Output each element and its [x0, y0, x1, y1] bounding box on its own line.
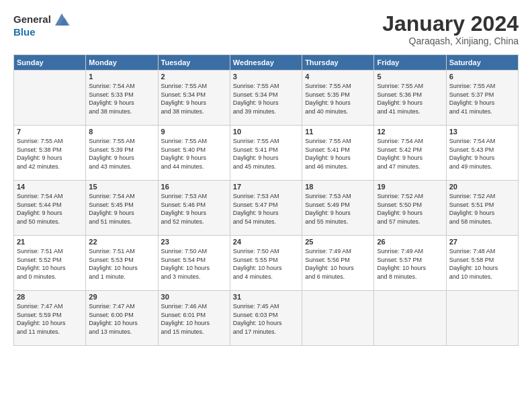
title-block: January 2024 Qaraqash, Xinjiang, China: [382, 12, 519, 46]
day-info: Sunrise: 7:48 AM Sunset: 5:58 PM Dayligh…: [449, 247, 515, 281]
calendar-cell: 28Sunrise: 7:47 AM Sunset: 5:59 PM Dayli…: [14, 291, 86, 346]
day-info: Sunrise: 7:50 AM Sunset: 5:55 PM Dayligh…: [233, 247, 299, 281]
calendar-cell: 29Sunrise: 7:47 AM Sunset: 6:00 PM Dayli…: [86, 291, 158, 346]
calendar-cell: 9Sunrise: 7:55 AM Sunset: 5:40 PM Daylig…: [158, 126, 230, 181]
calendar-cell: 22Sunrise: 7:51 AM Sunset: 5:53 PM Dayli…: [86, 236, 158, 291]
day-info: Sunrise: 7:55 AM Sunset: 5:36 PM Dayligh…: [377, 82, 443, 116]
day-number: 19: [377, 183, 443, 191]
day-number: 16: [161, 183, 227, 191]
day-info: Sunrise: 7:55 AM Sunset: 5:34 PM Dayligh…: [233, 82, 299, 116]
day-number: 9: [161, 128, 227, 136]
day-number: 23: [161, 238, 227, 246]
calendar-cell: 17Sunrise: 7:53 AM Sunset: 5:47 PM Dayli…: [230, 181, 302, 236]
col-header-wednesday: Wednesday: [230, 55, 302, 71]
day-info: Sunrise: 7:55 AM Sunset: 5:41 PM Dayligh…: [305, 137, 371, 171]
day-info: Sunrise: 7:53 AM Sunset: 5:47 PM Dayligh…: [233, 192, 299, 226]
day-number: 10: [233, 128, 299, 136]
day-info: Sunrise: 7:55 AM Sunset: 5:37 PM Dayligh…: [449, 82, 515, 116]
day-number: 20: [449, 183, 515, 191]
location: Qaraqash, Xinjiang, China: [382, 36, 519, 46]
day-number: 6: [449, 73, 515, 81]
day-number: 29: [89, 293, 154, 301]
day-number: 25: [305, 238, 371, 246]
day-info: Sunrise: 7:50 AM Sunset: 5:54 PM Dayligh…: [161, 247, 227, 281]
calendar-cell: 10Sunrise: 7:55 AM Sunset: 5:41 PM Dayli…: [230, 126, 302, 181]
calendar-cell: [14, 71, 86, 126]
day-info: Sunrise: 7:51 AM Sunset: 5:53 PM Dayligh…: [89, 247, 154, 281]
month-title: January 2024: [382, 12, 519, 36]
day-number: 17: [233, 183, 299, 191]
day-number: 8: [89, 128, 154, 136]
day-info: Sunrise: 7:55 AM Sunset: 5:39 PM Dayligh…: [89, 137, 154, 171]
day-info: Sunrise: 7:49 AM Sunset: 5:56 PM Dayligh…: [305, 247, 371, 281]
logo-icon: [52, 12, 71, 27]
day-number: 5: [377, 73, 443, 81]
calendar-cell: 13Sunrise: 7:54 AM Sunset: 5:43 PM Dayli…: [446, 126, 518, 181]
day-number: 13: [449, 128, 515, 136]
day-number: 22: [89, 238, 154, 246]
day-info: Sunrise: 7:49 AM Sunset: 5:57 PM Dayligh…: [377, 247, 443, 281]
calendar-cell: 23Sunrise: 7:50 AM Sunset: 5:54 PM Dayli…: [158, 236, 230, 291]
calendar-cell: 2Sunrise: 7:55 AM Sunset: 5:34 PM Daylig…: [158, 71, 230, 126]
day-number: 12: [377, 128, 443, 136]
col-header-sunday: Sunday: [14, 55, 86, 71]
calendar-cell: 24Sunrise: 7:50 AM Sunset: 5:55 PM Dayli…: [230, 236, 302, 291]
calendar-cell: 16Sunrise: 7:53 AM Sunset: 5:46 PM Dayli…: [158, 181, 230, 236]
calendar-cell: [374, 291, 446, 346]
calendar-cell: 19Sunrise: 7:52 AM Sunset: 5:50 PM Dayli…: [374, 181, 446, 236]
day-number: 24: [233, 238, 299, 246]
col-header-monday: Monday: [86, 55, 158, 71]
day-number: 21: [17, 238, 83, 246]
logo-blue: Blue: [13, 27, 71, 38]
day-number: 7: [17, 128, 83, 136]
day-info: Sunrise: 7:53 AM Sunset: 5:46 PM Dayligh…: [161, 192, 227, 226]
calendar-cell: 8Sunrise: 7:55 AM Sunset: 5:39 PM Daylig…: [86, 126, 158, 181]
calendar-cell: 11Sunrise: 7:55 AM Sunset: 5:41 PM Dayli…: [302, 126, 374, 181]
day-number: 30: [161, 293, 227, 301]
day-info: Sunrise: 7:47 AM Sunset: 5:59 PM Dayligh…: [17, 302, 83, 336]
calendar-cell: 18Sunrise: 7:53 AM Sunset: 5:49 PM Dayli…: [302, 181, 374, 236]
day-info: Sunrise: 7:46 AM Sunset: 6:01 PM Dayligh…: [161, 302, 227, 336]
day-info: Sunrise: 7:47 AM Sunset: 6:00 PM Dayligh…: [89, 302, 154, 336]
calendar-cell: [302, 291, 374, 346]
calendar-cell: 31Sunrise: 7:45 AM Sunset: 6:03 PM Dayli…: [230, 291, 302, 346]
day-info: Sunrise: 7:52 AM Sunset: 5:51 PM Dayligh…: [449, 192, 515, 226]
day-info: Sunrise: 7:55 AM Sunset: 5:34 PM Dayligh…: [161, 82, 227, 116]
day-info: Sunrise: 7:54 AM Sunset: 5:33 PM Dayligh…: [89, 82, 154, 116]
calendar-cell: [446, 291, 518, 346]
day-number: 1: [89, 73, 154, 81]
calendar-cell: 4Sunrise: 7:55 AM Sunset: 5:35 PM Daylig…: [302, 71, 374, 126]
day-number: 27: [449, 238, 515, 246]
day-number: 26: [377, 238, 443, 246]
calendar-cell: 7Sunrise: 7:55 AM Sunset: 5:38 PM Daylig…: [14, 126, 86, 181]
day-info: Sunrise: 7:54 AM Sunset: 5:45 PM Dayligh…: [89, 192, 154, 226]
day-number: 4: [305, 73, 371, 81]
calendar: SundayMondayTuesdayWednesdayThursdayFrid…: [13, 54, 519, 346]
calendar-cell: 27Sunrise: 7:48 AM Sunset: 5:58 PM Dayli…: [446, 236, 518, 291]
day-info: Sunrise: 7:54 AM Sunset: 5:42 PM Dayligh…: [377, 137, 443, 171]
calendar-cell: 30Sunrise: 7:46 AM Sunset: 6:01 PM Dayli…: [158, 291, 230, 346]
day-number: 31: [233, 293, 299, 301]
day-info: Sunrise: 7:54 AM Sunset: 5:43 PM Dayligh…: [449, 137, 515, 171]
logo: General Blue: [13, 12, 71, 38]
day-info: Sunrise: 7:45 AM Sunset: 6:03 PM Dayligh…: [233, 302, 299, 336]
day-info: Sunrise: 7:55 AM Sunset: 5:35 PM Dayligh…: [305, 82, 371, 116]
col-header-tuesday: Tuesday: [158, 55, 230, 71]
calendar-cell: 12Sunrise: 7:54 AM Sunset: 5:42 PM Dayli…: [374, 126, 446, 181]
day-number: 2: [161, 73, 227, 81]
day-info: Sunrise: 7:52 AM Sunset: 5:50 PM Dayligh…: [377, 192, 443, 226]
day-number: 28: [17, 293, 83, 301]
col-header-friday: Friday: [374, 55, 446, 71]
calendar-cell: 3Sunrise: 7:55 AM Sunset: 5:34 PM Daylig…: [230, 71, 302, 126]
day-number: 3: [233, 73, 299, 81]
calendar-cell: 21Sunrise: 7:51 AM Sunset: 5:52 PM Dayli…: [14, 236, 86, 291]
logo-general: General: [13, 14, 51, 26]
calendar-cell: 5Sunrise: 7:55 AM Sunset: 5:36 PM Daylig…: [374, 71, 446, 126]
day-number: 15: [89, 183, 154, 191]
col-header-thursday: Thursday: [302, 55, 374, 71]
day-info: Sunrise: 7:51 AM Sunset: 5:52 PM Dayligh…: [17, 247, 83, 281]
calendar-cell: 15Sunrise: 7:54 AM Sunset: 5:45 PM Dayli…: [86, 181, 158, 236]
col-header-saturday: Saturday: [446, 55, 518, 71]
day-info: Sunrise: 7:54 AM Sunset: 5:44 PM Dayligh…: [17, 192, 83, 226]
calendar-cell: 14Sunrise: 7:54 AM Sunset: 5:44 PM Dayli…: [14, 181, 86, 236]
